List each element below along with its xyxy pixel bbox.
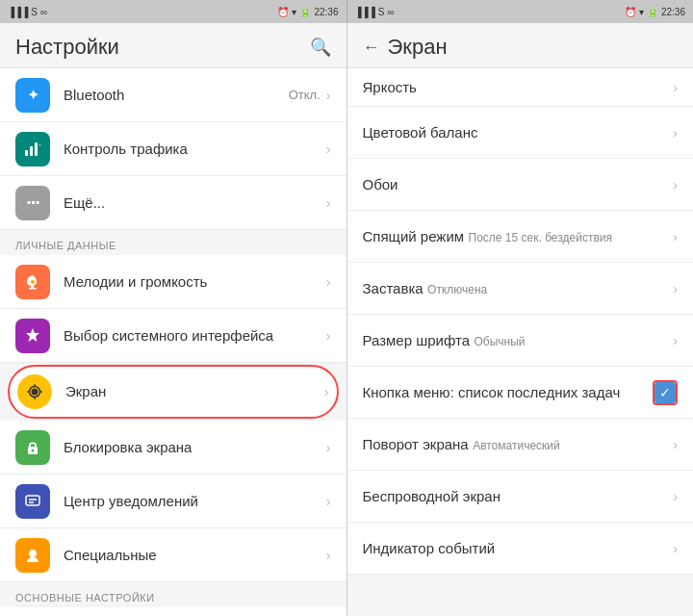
notifications-label: Центр уведомлений <box>64 492 326 511</box>
more-icon: ··· <box>15 186 50 220</box>
svg-rect-0 <box>25 150 28 156</box>
chevron-icon: › <box>673 177 678 192</box>
wirelessdisplay-label: Беспроводной экран <box>363 488 500 504</box>
chevron-icon: › <box>673 125 678 141</box>
svg-rect-15 <box>26 496 39 505</box>
fontsize-label: Размер шрифта <box>363 332 471 348</box>
svg-rect-6 <box>29 288 37 290</box>
special-label: Специальные <box>64 546 326 565</box>
settings-title: Настройки <box>15 35 119 60</box>
list-item-bluetooth[interactable]: ✦ Bluetooth Откл. › <box>0 68 346 122</box>
wifi-status-icon: ▾ <box>292 7 296 17</box>
interface-icon <box>15 319 50 353</box>
status-right-right-icons: ⏰ ▾ 🔋 22:36 <box>625 7 685 17</box>
brightness-label: Яркость <box>363 79 417 95</box>
sleepmode-subtitle: После 15 сек. бездействия <box>469 231 612 244</box>
time-left: 22:36 <box>314 7 338 17</box>
signal-icon: ▐▐▐ <box>8 7 28 17</box>
interface-label: Выбор системного интерфейса <box>64 326 326 346</box>
right-item-screensaver[interactable]: Заставка Отключена › <box>347 263 694 315</box>
chevron-icon: › <box>326 494 331 509</box>
search-icon[interactable]: 🔍 <box>310 37 331 58</box>
fontsize-subtitle: Обычный <box>475 335 526 348</box>
status-bars: ▐▐▐ S ∞ ⏰ ▾ 🔋 22:36 ▐▐▐ S ∞ ⏰ ▾ 🔋 22:36 <box>0 0 693 23</box>
right-item-rotation[interactable]: Поворот экрана Автоматический › <box>347 419 694 471</box>
lockscreen-label: Блокировка экрана <box>64 438 326 457</box>
svg-rect-9 <box>34 384 36 387</box>
right-item-wirelessdisplay[interactable]: Беспроводной экран › <box>347 471 694 523</box>
settings-panel: Настройки 🔍 ✦ Bluetooth Откл. › <box>0 23 347 616</box>
section-personal: ЛИЧНЫЕ ДАННЫЕ <box>0 230 346 255</box>
list-item-special[interactable]: Специальные › <box>0 528 346 582</box>
svg-rect-12 <box>39 391 42 393</box>
list-item-ringtones[interactable]: Мелодии и громкость › <box>0 255 346 309</box>
list-item-lockscreen[interactable]: Блокировка экрана › <box>0 421 346 475</box>
menubutton-label: Кнопка меню: список последних задач <box>363 384 621 400</box>
menubutton-checkbox-border: ✓ <box>653 380 678 405</box>
panels: Настройки 🔍 ✦ Bluetooth Откл. › <box>0 23 693 616</box>
chevron-icon: › <box>326 328 331 344</box>
colorbalance-label: Цветовой баланс <box>363 124 478 141</box>
eventindicator-label: Индикатор событий <box>363 540 496 556</box>
extra-icon-r: ∞ <box>387 7 394 17</box>
right-item-colorbalance[interactable]: Цветовой баланс › <box>347 107 694 159</box>
rotation-label: Поворот экрана <box>363 436 469 452</box>
screen-label: Экран <box>65 382 324 401</box>
list-item-traffic[interactable]: Контроль трафика › <box>0 122 346 176</box>
right-item-brightness[interactable]: Яркость › <box>347 68 694 107</box>
screensaver-label: Заставка <box>363 280 424 296</box>
svg-rect-3 <box>39 144 40 145</box>
wifi-icon-r: S <box>378 7 385 17</box>
time-right: 22:36 <box>661 7 685 17</box>
list-item-interface[interactable]: Выбор системного интерфейса › <box>0 309 346 363</box>
svg-rect-10 <box>34 397 36 399</box>
screensaver-subtitle: Отключена <box>427 283 487 296</box>
chevron-icon: › <box>324 384 329 399</box>
ringtones-icon <box>15 265 50 299</box>
right-item-wallpaper[interactable]: Обои › <box>347 159 694 211</box>
bluetooth-label: Bluetooth <box>64 86 289 105</box>
chevron-icon: › <box>673 281 678 296</box>
svg-rect-11 <box>27 391 30 393</box>
back-button[interactable]: ← <box>363 38 380 58</box>
status-bar-left: ▐▐▐ S ∞ ⏰ ▾ 🔋 22:36 <box>0 0 347 23</box>
right-item-fontsize[interactable]: Размер шрифта Обычный › <box>347 315 694 367</box>
settings-header: Настройки 🔍 <box>0 23 346 68</box>
more-label: Ещё... <box>64 193 326 213</box>
rotation-subtitle: Автоматический <box>473 439 560 452</box>
special-icon <box>15 538 50 573</box>
status-left-icons: ▐▐▐ S ∞ <box>8 7 47 17</box>
wifi-icon: S <box>31 7 38 17</box>
right-item-eventindicator[interactable]: Индикатор событий › <box>347 523 694 575</box>
svg-rect-2 <box>35 142 38 156</box>
chevron-icon: › <box>673 541 678 556</box>
status-right-left-icons: ▐▐▐ S ∞ <box>355 7 395 17</box>
chevron-icon: › <box>326 88 331 103</box>
chevron-icon: › <box>326 195 331 211</box>
battery-icon: 🔋 <box>299 7 311 17</box>
list-item-datetime[interactable]: Дата и время › <box>0 607 346 616</box>
list-item-screen[interactable]: Экран › <box>8 365 339 419</box>
right-item-menubutton[interactable]: Кнопка меню: список последних задач ✓ <box>347 367 694 419</box>
notifications-icon <box>15 484 50 519</box>
lockscreen-icon <box>15 430 50 465</box>
menubutton-checkbox[interactable]: ✓ <box>654 382 676 403</box>
right-item-sleepmode[interactable]: Спящий режим После 15 сек. бездействия › <box>347 211 694 263</box>
traffic-icon <box>15 132 50 167</box>
svg-point-7 <box>32 389 38 396</box>
screen-title: Экран <box>388 35 448 60</box>
screen-panel: ← Экран Яркость › Цветовой баланс › Обои… <box>347 23 694 616</box>
chevron-icon: › <box>326 440 331 455</box>
svg-point-18 <box>29 550 37 557</box>
status-right-icons: ⏰ ▾ 🔋 22:36 <box>277 7 338 17</box>
section-main: ОСНОВНЫЕ НАСТРОЙКИ <box>0 582 346 607</box>
chevron-icon: › <box>673 229 678 244</box>
chevron-icon: › <box>673 437 678 452</box>
status-bar-right: ▐▐▐ S ∞ ⏰ ▾ 🔋 22:36 <box>347 0 694 23</box>
chevron-icon: › <box>326 141 331 157</box>
chevron-icon: › <box>673 489 678 504</box>
alarm-icon-r: ⏰ <box>625 7 636 17</box>
list-item-more[interactable]: ··· Ещё... › <box>0 176 346 230</box>
list-item-notifications[interactable]: Центр уведомлений › <box>0 475 346 528</box>
chevron-icon: › <box>326 548 331 563</box>
